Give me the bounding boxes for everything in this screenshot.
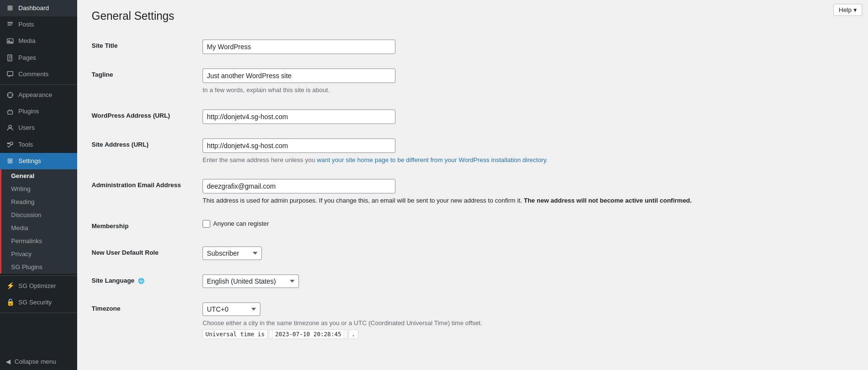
site-address-description: Enter the same address here unless you w… [203, 155, 849, 165]
submenu-item-privacy[interactable]: Privacy [1, 247, 77, 260]
sidebar-item-posts[interactable]: Posts [0, 16, 77, 33]
tools-icon [6, 140, 14, 149]
timezone-row: Timezone UTC+0 Choose either a city in t… [92, 295, 854, 345]
site-language-row: Site Language 🌐 English (United States) [92, 267, 854, 295]
plugins-icon [6, 107, 14, 116]
submenu-item-reading[interactable]: Reading [1, 195, 77, 208]
submenu-item-sg-plugins[interactable]: SG Plugins [1, 260, 77, 274]
sidebar-item-label: Dashboard [18, 4, 49, 13]
sidebar-divider-3 [0, 313, 77, 313]
wp-address-label: WordPress Address (URL) [92, 102, 198, 131]
site-title-input[interactable] [203, 40, 395, 54]
sidebar-item-pages[interactable]: Pages [0, 50, 77, 66]
svg-rect-10 [8, 111, 13, 114]
help-button[interactable]: Help ▾ [833, 4, 862, 16]
sidebar-item-users[interactable]: Users [0, 120, 77, 136]
timezone-label: Timezone [92, 295, 198, 345]
media-icon [6, 37, 14, 45]
admin-email-input[interactable] [203, 179, 395, 193]
svg-rect-8 [9, 59, 11, 59]
sidebar-item-sg-optimizer[interactable]: ⚡ SG Optimizer [0, 278, 77, 294]
svg-rect-0 [7, 22, 13, 23]
site-language-label-text: Site Language [92, 277, 135, 284]
timezone-description: Choose either a city in the same timezon… [203, 318, 849, 328]
sidebar: ⊞ Dashboard Posts Media Pages Comments A… [0, 0, 77, 370]
site-title-row: Site Title [92, 32, 854, 61]
collapse-icon: ◀ [6, 358, 11, 365]
wp-address-input[interactable] [203, 110, 395, 124]
main-content: General Settings Site Title Tagline In a… [77, 0, 868, 370]
site-address-link[interactable]: want your site home page to be different… [317, 156, 546, 164]
settings-submenu: General Writing Reading Discussion Media… [0, 169, 77, 274]
sidebar-divider-1 [0, 84, 77, 85]
svg-rect-7 [9, 57, 12, 58]
site-language-icon: 🌐 [138, 278, 145, 284]
svg-rect-2 [7, 25, 11, 26]
svg-rect-6 [9, 56, 12, 56]
sidebar-item-label: Users [18, 123, 35, 132]
tagline-description: In a few words, explain what this site i… [203, 85, 849, 95]
admin-email-row: Administration Email Address This addres… [92, 172, 854, 213]
sidebar-item-label: SG Optimizer [18, 282, 56, 290]
dashboard-icon: ⊞ [6, 4, 14, 13]
sidebar-item-sg-security[interactable]: 🔒 SG Security [0, 294, 77, 311]
sidebar-divider-2 [0, 275, 77, 276]
universal-time-value: 2023-07-10 20:28:45 [269, 329, 347, 339]
collapse-menu-button[interactable]: ◀ Collapse menu [0, 353, 77, 370]
sidebar-item-label: Comments [18, 70, 49, 79]
sidebar-item-label: Settings [18, 157, 41, 165]
sidebar-item-label: Plugins [18, 107, 39, 116]
settings-form-table: Site Title Tagline In a few words, expla… [92, 32, 854, 345]
site-language-select[interactable]: English (United States) [203, 274, 299, 288]
sidebar-item-label: SG Security [18, 298, 52, 307]
site-address-desc-suffix: . [546, 156, 548, 164]
sg-security-icon: 🔒 [6, 298, 14, 307]
universal-time-prefix: Universal time is [203, 329, 268, 339]
posts-icon [6, 20, 14, 29]
membership-checkbox-label[interactable]: Anyone can register [203, 220, 849, 228]
submenu-item-general[interactable]: General [1, 169, 77, 182]
admin-email-label: Administration Email Address [92, 172, 198, 213]
sg-optimizer-icon: ⚡ [6, 282, 14, 290]
sidebar-item-tools[interactable]: Tools [0, 137, 77, 153]
collapse-label: Collapse menu [14, 358, 56, 365]
tagline-row: Tagline In a few words, explain what thi… [92, 61, 854, 102]
admin-email-note-bold: The new address will not become active u… [524, 197, 692, 204]
site-language-label: Site Language 🌐 [92, 267, 198, 295]
site-address-label: Site Address (URL) [92, 131, 198, 172]
new-user-role-row: New User Default Role Subscriber Contrib… [92, 239, 854, 267]
new-user-role-select[interactable]: Subscriber Contributor Author Editor Adm… [203, 247, 262, 260]
admin-email-note: This address is used for admin purposes.… [203, 196, 849, 206]
submenu-item-permalinks[interactable]: Permalinks [1, 234, 77, 247]
submenu-item-writing[interactable]: Writing [1, 182, 77, 195]
sidebar-item-plugins[interactable]: Plugins [0, 103, 77, 120]
sidebar-item-media[interactable]: Media [0, 33, 77, 49]
sidebar-item-label: Posts [18, 20, 34, 29]
help-dropdown-icon: ▾ [854, 6, 857, 14]
page-title: General Settings [92, 10, 854, 23]
svg-point-11 [9, 125, 12, 128]
comments-icon [6, 70, 14, 79]
new-user-role-label: New User Default Role [92, 239, 198, 267]
site-address-input[interactable] [203, 138, 395, 153]
sidebar-item-settings[interactable]: ⊞ Settings [0, 153, 77, 169]
membership-label: Membership [92, 213, 198, 239]
timezone-select[interactable]: UTC+0 [203, 302, 260, 316]
sidebar-item-label: Tools [18, 140, 33, 149]
universal-time-suffix: . [349, 329, 358, 339]
sidebar-item-dashboard[interactable]: ⊞ Dashboard [0, 0, 77, 16]
settings-icon: ⊞ [6, 157, 14, 165]
membership-checkbox-text: Anyone can register [213, 220, 269, 227]
sidebar-item-appearance[interactable]: Appearance [0, 87, 77, 103]
wp-address-row: WordPress Address (URL) [92, 102, 854, 131]
site-address-desc-prefix: Enter the same address here unless you [203, 156, 317, 164]
membership-row: Membership Anyone can register [92, 213, 854, 239]
sidebar-item-comments[interactable]: Comments [0, 66, 77, 82]
tagline-input[interactable] [203, 69, 395, 83]
sidebar-item-label: Pages [18, 54, 36, 62]
submenu-item-discussion[interactable]: Discussion [1, 208, 77, 221]
submenu-item-media[interactable]: Media [1, 221, 77, 234]
tagline-label: Tagline [92, 61, 198, 102]
membership-checkbox[interactable] [203, 220, 210, 228]
site-address-row: Site Address (URL) Enter the same addres… [92, 131, 854, 172]
